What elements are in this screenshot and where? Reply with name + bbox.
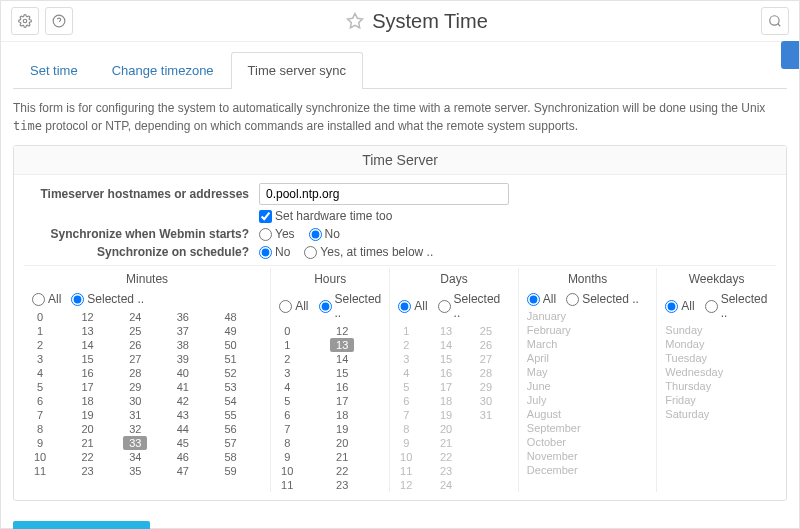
- cell-27[interactable]: 27: [474, 352, 498, 366]
- cell-31[interactable]: 31: [474, 408, 498, 422]
- cell-25[interactable]: 25: [474, 324, 498, 338]
- cell-saturday[interactable]: Saturday: [661, 408, 772, 422]
- cell-49[interactable]: 49: [219, 324, 243, 338]
- tab-set-time[interactable]: Set time: [13, 52, 95, 88]
- cell-may[interactable]: May: [523, 366, 652, 380]
- cell-25[interactable]: 25: [123, 324, 147, 338]
- cell-11[interactable]: 11: [394, 464, 418, 478]
- cell-wednesday[interactable]: Wednesday: [661, 366, 772, 380]
- cell-3[interactable]: 3: [28, 352, 52, 366]
- cell-5[interactable]: 5: [28, 380, 52, 394]
- cell-34[interactable]: 34: [123, 450, 147, 464]
- cell-7[interactable]: 7: [394, 408, 418, 422]
- cell-17[interactable]: 17: [76, 380, 100, 394]
- cell-june[interactable]: June: [523, 380, 652, 394]
- cell-9[interactable]: 9: [394, 436, 418, 450]
- cell-october[interactable]: October: [523, 436, 652, 450]
- hardware-time-checkbox[interactable]: Set hardware time too: [259, 209, 392, 223]
- cell-thursday[interactable]: Thursday: [661, 380, 772, 394]
- cell-february[interactable]: February: [523, 324, 652, 338]
- cell-14[interactable]: 14: [76, 338, 100, 352]
- cell-4[interactable]: 4: [394, 366, 418, 380]
- cell-41[interactable]: 41: [171, 380, 195, 394]
- sched-yes[interactable]: Yes, at times below ..: [304, 245, 433, 259]
- cell-30[interactable]: 30: [123, 394, 147, 408]
- cell-11[interactable]: 11: [28, 464, 52, 478]
- cell-28[interactable]: 28: [474, 366, 498, 380]
- cell-17[interactable]: 17: [330, 394, 354, 408]
- cell-march[interactable]: March: [523, 338, 652, 352]
- cell-26[interactable]: 26: [474, 338, 498, 352]
- cell-54[interactable]: 54: [219, 394, 243, 408]
- hours-selected[interactable]: Selected ..: [319, 292, 382, 320]
- cell-55[interactable]: 55: [219, 408, 243, 422]
- cell-november[interactable]: November: [523, 450, 652, 464]
- cell-0[interactable]: 0: [275, 324, 299, 338]
- cell-6[interactable]: 6: [275, 408, 299, 422]
- cell-38[interactable]: 38: [171, 338, 195, 352]
- settings-button[interactable]: [11, 7, 39, 35]
- cell-1[interactable]: 1: [275, 338, 299, 352]
- cell-20[interactable]: 20: [76, 422, 100, 436]
- cell-4[interactable]: 4: [28, 366, 52, 380]
- cell-12[interactable]: 12: [330, 324, 354, 338]
- cell-42[interactable]: 42: [171, 394, 195, 408]
- cell-50[interactable]: 50: [219, 338, 243, 352]
- cell-15[interactable]: 15: [330, 366, 354, 380]
- cell-56[interactable]: 56: [219, 422, 243, 436]
- cell-32[interactable]: 32: [123, 422, 147, 436]
- cell-21[interactable]: 21: [76, 436, 100, 450]
- cell-14[interactable]: 14: [330, 352, 354, 366]
- cell-7[interactable]: 7: [275, 422, 299, 436]
- cell-10[interactable]: 10: [275, 464, 299, 478]
- search-button[interactable]: [761, 7, 789, 35]
- months-selected[interactable]: Selected ..: [566, 292, 639, 306]
- boot-no[interactable]: No: [309, 227, 340, 241]
- tab-change-timezone[interactable]: Change timezone: [95, 52, 231, 88]
- cell-14[interactable]: 14: [434, 338, 458, 352]
- cell-5[interactable]: 5: [275, 394, 299, 408]
- cell-5[interactable]: 5: [394, 380, 418, 394]
- minutes-selected[interactable]: Selected ..: [71, 292, 144, 306]
- cell-39[interactable]: 39: [171, 352, 195, 366]
- cell-37[interactable]: 37: [171, 324, 195, 338]
- cell-26[interactable]: 26: [123, 338, 147, 352]
- hours-all[interactable]: All: [279, 292, 308, 320]
- cell-29[interactable]: 29: [474, 380, 498, 394]
- cell-22[interactable]: 22: [76, 450, 100, 464]
- cell-23[interactable]: 23: [76, 464, 100, 478]
- cell-9[interactable]: 9: [275, 450, 299, 464]
- cell-4[interactable]: 4: [275, 380, 299, 394]
- cell-44[interactable]: 44: [171, 422, 195, 436]
- cell-57[interactable]: 57: [219, 436, 243, 450]
- cell-40[interactable]: 40: [171, 366, 195, 380]
- cell-2[interactable]: 2: [394, 338, 418, 352]
- cell-10[interactable]: 10: [394, 450, 418, 464]
- cell-33[interactable]: 33: [123, 436, 147, 450]
- cell-30[interactable]: 30: [474, 394, 498, 408]
- weekdays-all[interactable]: All: [665, 292, 694, 320]
- cell-august[interactable]: August: [523, 408, 652, 422]
- cell-15[interactable]: 15: [434, 352, 458, 366]
- cell-29[interactable]: 29: [123, 380, 147, 394]
- cell-16[interactable]: 16: [76, 366, 100, 380]
- cell-0[interactable]: 0: [28, 310, 52, 324]
- cell-21[interactable]: 21: [330, 450, 354, 464]
- cell-22[interactable]: 22: [434, 450, 458, 464]
- cell-8[interactable]: 8: [275, 436, 299, 450]
- cell-friday[interactable]: Friday: [661, 394, 772, 408]
- cell-8[interactable]: 8: [394, 422, 418, 436]
- cell-52[interactable]: 52: [219, 366, 243, 380]
- cell-47[interactable]: 47: [171, 464, 195, 478]
- cell-20[interactable]: 20: [434, 422, 458, 436]
- cell-7[interactable]: 7: [28, 408, 52, 422]
- cell-2[interactable]: 2: [28, 338, 52, 352]
- cell-july[interactable]: July: [523, 394, 652, 408]
- cell-10[interactable]: 10: [28, 450, 52, 464]
- cell-3[interactable]: 3: [275, 366, 299, 380]
- tab-time-server-sync[interactable]: Time server sync: [231, 52, 363, 89]
- cell-13[interactable]: 13: [76, 324, 100, 338]
- cell-2[interactable]: 2: [275, 352, 299, 366]
- cell-58[interactable]: 58: [219, 450, 243, 464]
- cell-19[interactable]: 19: [434, 408, 458, 422]
